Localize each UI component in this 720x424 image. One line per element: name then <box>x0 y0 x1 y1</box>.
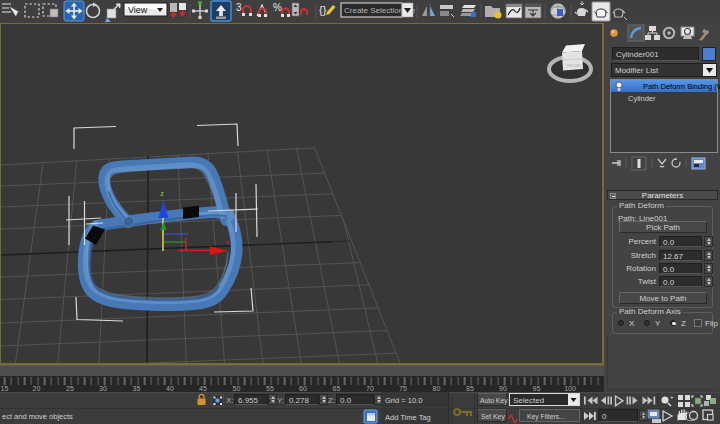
svg-text:{}: {} <box>319 4 327 16</box>
svg-text:3: 3 <box>236 2 242 13</box>
svg-text:+: + <box>670 394 674 400</box>
svg-text:%: % <box>273 2 282 13</box>
svg-text:z: z <box>161 190 164 197</box>
svg-text:View: View <box>128 5 148 15</box>
svg-text:x: x <box>226 239 229 245</box>
svg-text:FRONT: FRONT <box>567 63 581 68</box>
